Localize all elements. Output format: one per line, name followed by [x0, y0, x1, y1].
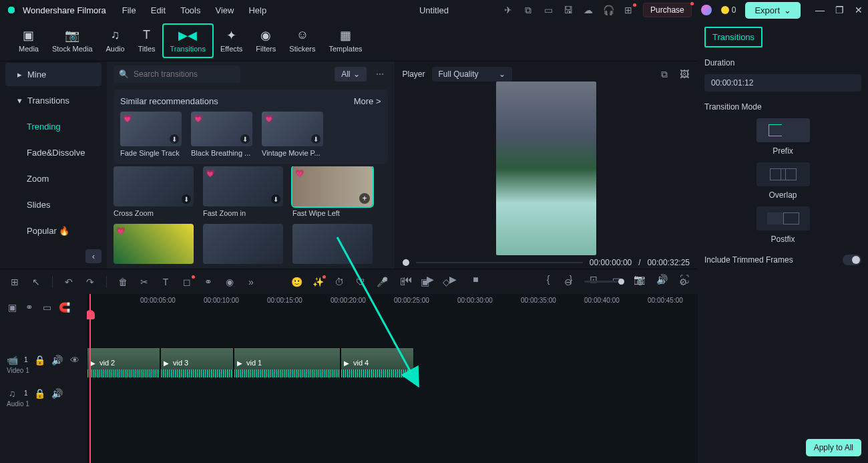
apply-all-button[interactable]: Apply to All — [806, 439, 861, 456]
sidebar-mine[interactable]: ▸Mine — [5, 63, 101, 86]
clip[interactable]: vid 4 — [341, 347, 414, 378]
layout-icon[interactable]: ⊞ — [9, 277, 20, 287]
download-icon[interactable]: ⬇ — [240, 134, 250, 144]
rec-item[interactable]: 💗⬇Fade Single Track — [120, 112, 182, 157]
tab-titles[interactable]: TTitles — [132, 25, 162, 57]
download-icon[interactable]: ⬇ — [311, 134, 320, 144]
tab-media[interactable]: ▣Media — [12, 25, 45, 57]
quality-select[interactable]: Full Quality⌄ — [432, 67, 512, 82]
color-icon[interactable]: ◉ — [224, 277, 235, 287]
cursor-icon[interactable]: ↖ — [31, 277, 41, 287]
video-preview[interactable] — [403, 82, 690, 255]
device-icon[interactable]: ⧉ — [523, 5, 533, 15]
tab-filters[interactable]: ◉Filters — [249, 25, 282, 57]
text-icon[interactable]: T — [160, 277, 171, 287]
transition-item[interactable]: 💗 — [114, 224, 194, 264]
apps-icon[interactable]: ⊞ — [623, 5, 634, 15]
zoom-in-icon[interactable]: ⊕ — [635, 277, 646, 287]
settings-icon[interactable]: ⚙ — [678, 277, 688, 287]
picture-icon[interactable]: 🖼 — [679, 69, 690, 80]
transition-item[interactable] — [203, 224, 283, 264]
compare-icon[interactable]: ⧉ — [659, 69, 670, 80]
scrub-handle[interactable] — [403, 259, 409, 266]
maximize-icon[interactable]: ❐ — [835, 5, 844, 15]
sidebar-transitions[interactable]: ▾Transitions — [5, 89, 101, 112]
tl-magnet-icon[interactable]: 🧲 — [59, 302, 69, 313]
stop-icon[interactable]: ■ — [471, 274, 481, 285]
headphones-icon[interactable]: 🎧 — [603, 5, 614, 15]
group-icon[interactable]: ▣ — [419, 277, 430, 287]
visibility-icon[interactable]: 👁 — [69, 355, 80, 365]
include-trimmed-toggle[interactable] — [843, 255, 861, 265]
menu-edit[interactable]: Edit — [151, 5, 166, 15]
more-options-icon[interactable]: ⋯ — [372, 69, 388, 79]
download-icon[interactable]: ⬇ — [170, 134, 179, 144]
credits-badge[interactable]: 0 — [721, 5, 736, 15]
scrub-bar[interactable]: 00:00:00:00 / 00:00:32:25 — [403, 255, 690, 270]
tab-transitions[interactable]: ▶◀Transitions — [162, 23, 214, 58]
menu-file[interactable]: File — [122, 5, 136, 15]
export-button[interactable]: Export⌄ — [745, 2, 801, 19]
tab-stickers[interactable]: ☺Stickers — [282, 25, 322, 57]
minimize-icon[interactable]: — — [815, 5, 825, 15]
cloud-icon[interactable]: ☁ — [583, 5, 594, 15]
avatar-icon[interactable] — [701, 5, 712, 15]
sidebar-cat-zoom[interactable]: Zoom — [5, 167, 101, 190]
lock-icon[interactable]: 🔒 — [35, 355, 45, 365]
menu-help[interactable]: Help — [248, 5, 266, 15]
mute-icon[interactable]: 🔊 — [52, 388, 63, 399]
mark-in-icon[interactable]: { — [543, 274, 554, 285]
clip[interactable]: vid 1 — [234, 347, 341, 378]
purchase-button[interactable]: Purchase — [643, 3, 692, 17]
lock-icon[interactable]: 🔒 — [35, 388, 45, 399]
tab-effects[interactable]: ✦Effects — [214, 25, 249, 57]
tab-stock-media[interactable]: 📷Stock Media — [45, 25, 99, 57]
rec-item[interactable]: 💗⬇Black Breathing ... — [191, 112, 252, 157]
rec-item[interactable]: 💗⬇Vintage Movie P... — [262, 112, 323, 157]
sidebar-cat-slides[interactable]: Slides — [5, 193, 101, 216]
list-icon[interactable]: ≡ — [656, 277, 667, 287]
sidebar-cat-fade[interactable]: Fade&Dissolve — [5, 141, 101, 164]
playhead[interactable] — [89, 294, 91, 463]
menu-tools[interactable]: Tools — [180, 5, 200, 15]
tl-mode3-icon[interactable]: ▭ — [41, 302, 52, 313]
transition-item-selected[interactable]: 💗+Fast Wipe Left — [292, 166, 373, 217]
keyframe-icon[interactable]: ◇ — [441, 277, 451, 287]
redo-icon[interactable]: ↷ — [85, 277, 95, 287]
time-ruler[interactable]: 00:00:05:00 00:00:10:00 00:00:15:00 00:0… — [87, 294, 698, 311]
crop-icon[interactable]: ◻ — [182, 277, 192, 287]
timeline-canvas[interactable]: 00:00:05:00 00:00:10:00 00:00:15:00 00:0… — [87, 294, 698, 463]
transition-item[interactable] — [292, 224, 373, 264]
tab-templates[interactable]: ▦Templates — [322, 25, 369, 57]
transition-item[interactable]: ⬇Cross Zoom — [114, 166, 194, 217]
delete-icon[interactable]: 🗑 — [118, 277, 128, 287]
inspector-tab-transitions[interactable]: Transitions — [704, 27, 763, 47]
cut-icon[interactable]: ✂ — [139, 277, 150, 287]
menu-view[interactable]: View — [215, 5, 234, 15]
ai-icon[interactable]: 🙂 — [291, 277, 302, 287]
more-icon[interactable]: » — [246, 277, 256, 287]
undo-icon[interactable]: ↶ — [63, 277, 74, 287]
mode-overlap[interactable]: Overlap — [704, 162, 861, 200]
sidebar-cat-popular[interactable]: Popular 🔥 — [5, 219, 101, 243]
send-icon[interactable]: ✈ — [503, 5, 513, 15]
search-input[interactable] — [114, 65, 240, 83]
screen-icon[interactable]: ▭ — [543, 5, 554, 15]
mixer-icon[interactable]: 🎚 — [398, 277, 409, 287]
sidebar-collapse-button[interactable]: ‹ — [85, 249, 101, 263]
duration-input[interactable]: 00:00:01:12 — [704, 74, 861, 92]
tl-mode2-icon[interactable]: ⚭ — [24, 302, 35, 313]
download-icon[interactable]: ⬇ — [182, 194, 191, 204]
link-icon[interactable]: ⚭ — [203, 277, 214, 287]
zoom-out-icon[interactable]: ⊖ — [563, 277, 574, 287]
sidebar-cat-trending[interactable]: Trending — [5, 115, 101, 138]
tab-audio[interactable]: ♫Audio — [99, 25, 132, 57]
add-icon[interactable]: + — [359, 193, 370, 204]
recommendations-more[interactable]: More > — [354, 96, 381, 106]
clip[interactable]: vid 3 — [160, 347, 234, 378]
mic-icon[interactable]: 🎤 — [377, 277, 387, 287]
mute-icon[interactable]: 🔊 — [52, 355, 63, 365]
clip[interactable]: vid 2 — [87, 347, 160, 378]
mode-postfix[interactable]: Postfix — [704, 206, 861, 244]
mode-prefix[interactable]: Prefix — [704, 118, 861, 156]
